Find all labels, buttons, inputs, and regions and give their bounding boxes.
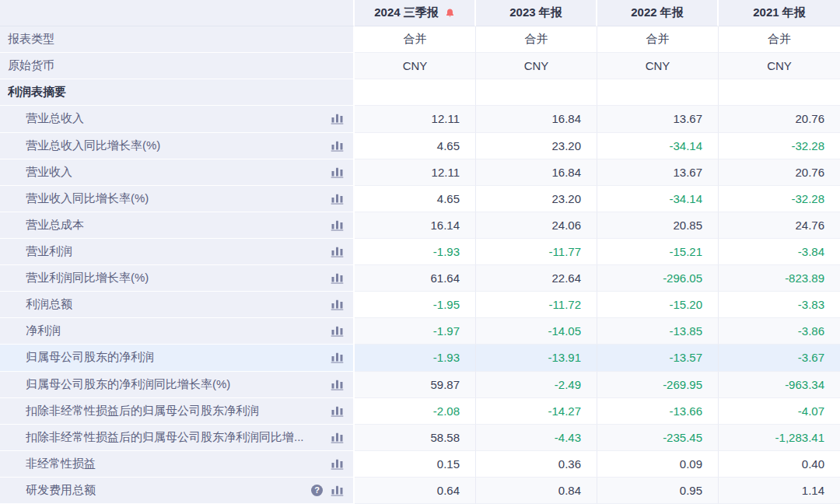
row-label-cell: 营业总收入 [0,106,355,132]
table-row[interactable]: 归属母公司股东的净利润同比增长率(%)59.87-2.49-269.95-963… [0,372,840,398]
bar-chart-icon[interactable] [331,219,344,231]
value-cell: 合并 [476,26,597,53]
row-label-cell: 非经常性损益 [0,451,355,478]
bar-chart-icon[interactable] [331,352,344,363]
row-icons [331,246,344,257]
row-icons [331,166,344,178]
bar-chart-icon[interactable] [331,166,344,178]
bar-chart-icon[interactable] [331,140,344,152]
bar-chart-icon[interactable] [331,458,344,470]
table-row[interactable]: 营业收入12.1116.8413.6720.76 [0,159,840,186]
value-cell: 12.11 [355,106,476,132]
value-cell: -1.97 [355,318,476,345]
row-label: 利润总额 [26,297,72,312]
bar-chart-icon[interactable] [331,193,344,205]
table-row[interactable]: 归属母公司股东的净利润-1.93-13.91-13.57-3.67 [0,345,840,371]
table-row[interactable]: 扣除非经常性损益后的归属母公司股东净利润同比增...58.58-4.43-235… [0,425,840,451]
row-label: 营业总收入 [26,111,84,126]
period-header-label: 2023 年报 [509,5,562,20]
table-row[interactable]: 营业利润同比增长率(%)61.6422.64-296.05-823.89 [0,265,840,292]
period-header-label: 2022 年报 [631,5,684,20]
row-label-cell: 营业利润同比增长率(%) [0,265,355,292]
table-row[interactable]: 营业收入同比增长率(%)4.6523.20-34.14-32.28 [0,186,840,212]
value-cell: 16.84 [476,106,597,132]
row-label: 营业收入同比增长率(%) [26,191,149,206]
row-label: 净利润 [26,324,61,338]
table-row[interactable]: 利润总额-1.95-11.72-15.20-3.83 [0,292,840,318]
bar-chart-icon[interactable] [331,485,344,496]
period-header: 2024 三季报 [355,0,476,26]
bar-chart-icon[interactable] [331,246,344,257]
row-icons [331,432,344,443]
value-cell: 16.14 [355,212,476,239]
value-cell: -235.45 [597,425,719,451]
value-cell: -3.86 [719,318,840,345]
bar-chart-icon[interactable] [331,272,344,284]
value-cell: -823.89 [719,265,840,292]
value-cell: 4.65 [355,133,476,159]
row-label-cell: 报表类型 [0,26,355,53]
bell-icon[interactable] [445,8,455,19]
value-cell: -1.93 [355,239,476,265]
table-row[interactable]: 研发费用总额?0.640.840.951.14 [0,478,840,504]
bar-chart-icon[interactable] [331,432,344,443]
row-label-cell: 归属母公司股东的净利润同比增长率(%) [0,372,355,398]
table-row[interactable]: 扣除非经常性损益后的归属母公司股东净利润-2.08-14.27-13.66-4.… [0,398,840,425]
value-cell: 58.58 [355,425,476,451]
row-icons [331,113,344,124]
row-label: 营业利润 [26,244,72,259]
value-cell: 20.76 [719,159,840,186]
period-header: 2021 年报 [719,0,840,26]
table-row[interactable]: 净利润-1.97-14.05-13.85-3.86 [0,318,840,345]
value-cell: -1.95 [355,292,476,318]
question-mark-icon[interactable]: ? [311,485,323,496]
bar-chart-icon[interactable] [331,299,344,310]
value-cell: -1.93 [355,345,476,371]
value-cell: -34.14 [597,186,719,212]
value-cell: -3.83 [719,292,840,318]
table-row[interactable]: 非经常性损益0.150.360.090.40 [0,451,840,478]
row-label-cell: 营业总收入同比增长率(%) [0,133,355,159]
value-cell: -34.14 [597,133,719,159]
bar-chart-icon[interactable] [331,113,344,124]
row-icons [331,299,344,310]
value-cell: -15.20 [597,292,719,318]
row-label-cell: 营业收入 [0,159,355,186]
table-row[interactable]: 报表类型合并合并合并合并 [0,26,840,53]
row-label-cell: 扣除非经常性损益后的归属母公司股东净利润同比增... [0,425,355,451]
value-cell: CNY [476,53,597,79]
table-row[interactable]: 营业总成本16.1424.0620.8524.76 [0,212,840,239]
row-icons [331,272,344,284]
table-row[interactable]: 原始货币CNYCNYCNYCNY [0,53,840,79]
row-label: 报表类型 [8,32,54,47]
row-icons [331,193,344,205]
bar-chart-icon[interactable] [331,379,344,390]
row-icons [331,458,344,470]
table-row[interactable]: 营业利润-1.93-11.77-15.21-3.84 [0,239,840,265]
row-label-cell: 利润总额 [0,292,355,318]
value-cell: 13.67 [597,106,719,132]
value-cell: 12.11 [355,159,476,186]
value-cell: 0.15 [355,451,476,478]
table-row[interactable]: 利润表摘要 [0,79,840,106]
row-icons: ? [311,485,344,496]
value-cell: 61.64 [355,265,476,292]
value-cell: -32.28 [719,186,840,212]
row-label: 营业利润同比增长率(%) [26,271,149,285]
row-label-cell: 归属母公司股东的净利润 [0,345,355,371]
row-label: 扣除非经常性损益后的归属母公司股东净利润 [26,404,259,418]
row-label: 归属母公司股东的净利润 [26,350,154,365]
value-cell: -11.77 [476,239,597,265]
bar-chart-icon[interactable] [331,405,344,417]
value-cell: 合并 [719,26,840,53]
row-icons [331,379,344,390]
table-row[interactable]: 营业总收入12.1116.8413.6720.76 [0,106,840,132]
bar-chart-icon[interactable] [331,325,344,337]
value-cell: -296.05 [597,265,719,292]
table-header-row: 2024 三季报2023 年报2022 年报2021 年报 [0,0,840,26]
value-cell: 1.14 [719,478,840,504]
value-cell [597,79,719,106]
value-cell: 0.95 [597,478,719,504]
value-cell: 23.20 [476,133,597,159]
table-row[interactable]: 营业总收入同比增长率(%)4.6523.20-34.14-32.28 [0,133,840,159]
